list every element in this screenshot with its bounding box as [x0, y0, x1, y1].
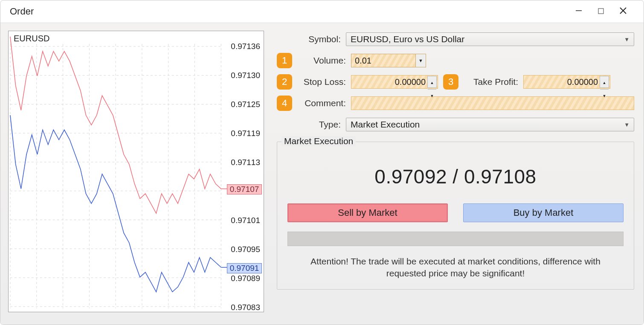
price-chart: EURUSD 0.971360.971300.971250.971190.971… [8, 31, 264, 312]
minimize-icon [575, 7, 583, 15]
close-button[interactable] [612, 6, 634, 17]
y-tick-label: 0.97095 [231, 245, 260, 254]
maximize-button[interactable] [590, 7, 612, 17]
takeprofit-label: Take Profit: [464, 77, 518, 87]
type-row: Type: Market Execution ▼ [277, 117, 634, 132]
chevron-down-icon: ▼ [624, 36, 629, 43]
buy-label: Buy by Market [513, 207, 574, 218]
stoploss-value: 0.00000 [395, 77, 426, 87]
step-badge-3: 3 [443, 74, 458, 90]
order-form: Symbol: EURUSD, Euro vs US Dollar ▼ 1 Vo… [277, 31, 634, 317]
symbol-row: Symbol: EURUSD, Euro vs US Dollar ▼ [277, 32, 634, 47]
chart-canvas [9, 31, 264, 312]
y-tick-label: 0.97083 [231, 303, 260, 312]
symbol-label: Symbol: [277, 34, 341, 44]
y-tick-label: 0.97130 [231, 71, 260, 80]
order-dialog: Order EURUSD 0.971360.971300.971250.9711… [0, 0, 644, 325]
type-select[interactable]: Market Execution ▼ [346, 118, 634, 131]
chevron-up-icon: ▲ [428, 76, 436, 90]
step-badge-2: 2 [277, 74, 292, 90]
volume-value: 0.01 [355, 56, 371, 66]
symbol-value: EURUSD, Euro vs US Dollar [351, 34, 464, 44]
y-tick-label: 0.97101 [231, 216, 260, 225]
y-tick-label: 0.97113 [231, 158, 260, 167]
chevron-down-icon: ▼ [415, 54, 426, 67]
chevron-down-icon: ▼ [624, 122, 629, 128]
sell-by-market-button[interactable]: Sell by Market [287, 203, 448, 222]
volume-row: 1 Volume: 0.01 ▼ [277, 53, 634, 68]
comment-input[interactable] [351, 96, 634, 110]
chevron-up-icon: ▲ [600, 76, 609, 90]
comment-label: Comment: [297, 98, 346, 108]
minimize-button[interactable] [568, 7, 590, 17]
type-value: Market Execution [351, 119, 420, 130]
step-badge-4: 4 [277, 96, 292, 111]
stoploss-input[interactable]: 0.00000 ▲ ▼ [351, 75, 438, 89]
svg-rect-1 [598, 9, 603, 14]
y-tick-label: 0.97125 [231, 100, 260, 109]
attention-text: Attention! The trade will be executed at… [287, 246, 624, 281]
window-title: Order [10, 6, 34, 17]
titlebar[interactable]: Order [0, 0, 644, 23]
progress-bar [287, 232, 624, 246]
market-prices: 0.97092 / 0.97108 [287, 152, 624, 203]
current-ask-tag: 0.97107 [227, 184, 262, 194]
takeprofit-input[interactable]: 0.00000 ▲ ▼ [523, 75, 610, 89]
symbol-select[interactable]: EURUSD, Euro vs US Dollar ▼ [346, 32, 634, 46]
stoploss-label: Stop Loss: [297, 77, 346, 87]
type-label: Type: [277, 119, 341, 130]
sell-label: Sell by Market [338, 207, 397, 218]
takeprofit-spinner[interactable]: ▲ ▼ [600, 76, 609, 88]
market-legend: Market Execution [281, 136, 356, 146]
market-execution-group: Market Execution 0.97092 / 0.97108 Sell … [277, 142, 634, 290]
maximize-icon [598, 8, 604, 15]
volume-label: Volume: [297, 55, 346, 66]
y-tick-label: 0.97136 [231, 42, 260, 51]
volume-input[interactable]: 0.01 ▼ [351, 54, 426, 67]
y-tick-label: 0.97089 [231, 274, 260, 283]
current-bid-tag: 0.97091 [227, 263, 262, 273]
comment-row: 4 Comment: [277, 96, 634, 111]
step-badge-1: 1 [277, 53, 292, 68]
sl-tp-row: 2 Stop Loss: 0.00000 ▲ ▼ 3 Take Profit: … [277, 74, 634, 90]
close-icon [619, 6, 627, 15]
y-tick-label: 0.97119 [231, 129, 260, 138]
stoploss-spinner[interactable]: ▲ ▼ [427, 76, 437, 88]
takeprofit-value: 0.00000 [567, 77, 598, 87]
buy-by-market-button[interactable]: Buy by Market [463, 203, 624, 222]
